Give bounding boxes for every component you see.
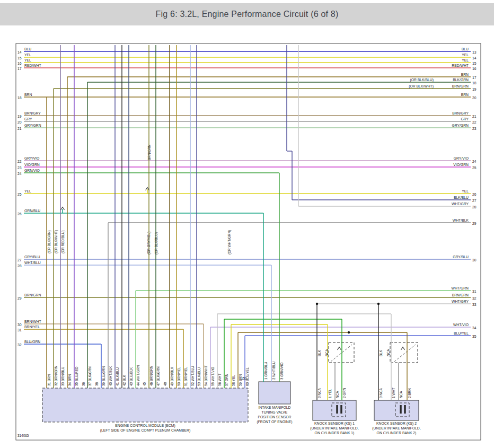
wire-color-label: YEL <box>24 58 31 62</box>
rotated-wire-label: 38 <box>95 382 99 386</box>
rotated-wire-label: NCA <box>325 349 329 356</box>
right-pin-number: 19 <box>472 87 477 91</box>
wire-color-label: BRN/GRY <box>24 111 41 115</box>
junction-dot <box>348 331 350 333</box>
wire-color-label: BLK/BLU <box>454 196 469 199</box>
wire-color-label: BRN <box>461 73 469 76</box>
rotated-wire-label: BLK <box>379 349 383 356</box>
wire-color-label: YEL <box>24 53 31 57</box>
rotated-wire-label: BLK <box>317 349 321 356</box>
wire-color-label: RED/WHT <box>24 64 41 67</box>
wire-color-label: BRN <box>24 93 32 96</box>
component-caption: KNOCK SENSOR (KS) 1 <box>314 421 355 426</box>
right-pin-number: 13 <box>472 50 477 54</box>
left-pin-number: 20 <box>17 120 22 124</box>
wire-color-label: YEL <box>462 58 469 62</box>
rotated-wire-label: NCA <box>399 391 403 398</box>
left-pin-number: 30 <box>17 323 22 327</box>
rotated-wire-label: 36 <box>82 382 85 386</box>
rotated-wire-label: 43 BLU/BLK <box>129 367 133 386</box>
component-caption: POSITION SENSOR <box>258 415 291 419</box>
component-caption: (FRONT OF ENGINE) <box>257 420 292 424</box>
figure-title: Fig 6: 3.2L, Engine Performance Circuit … <box>156 10 339 19</box>
rotated-wire-label: 42 BLK <box>122 374 126 386</box>
wire-color-label: BRN/YEL <box>24 325 40 329</box>
wire-color-label: WHT/GRY <box>452 202 469 206</box>
right-pin-number: 21 <box>472 115 477 118</box>
rotated-wire-label: 46 BRN/GRN <box>149 365 153 386</box>
left-pin-number: 21 <box>17 127 22 130</box>
rotated-wire-label: 39 BLU/GRN <box>102 366 105 386</box>
rotated-wire-label: 2 BRN <box>408 388 411 398</box>
wiring-diagram: 14BLUBLU1315YELYEL1416YELYEL1517RED/WHTR… <box>0 0 494 448</box>
right-pin-number: 17 <box>472 76 477 80</box>
ks1-box <box>313 400 356 420</box>
rotated-wire-label: 47 BLK/GRN <box>156 366 160 386</box>
wire-color-label: YEL <box>462 53 469 57</box>
wire-color-label: WHT/GRY <box>452 300 469 303</box>
right-pin-number: 28 <box>472 205 477 209</box>
rotated-wire-label: (OR RED/BLU) <box>61 231 65 253</box>
left-pin-number: 28 <box>17 264 22 268</box>
wire-color-label: BLK/GRN <box>453 78 469 82</box>
rotated-wire-label: 37 BLK/GRN <box>88 366 92 386</box>
rotated-wire-label: 58 YEL <box>232 375 235 386</box>
right-pin-number: 18 <box>472 81 477 85</box>
wire-color-label: GRY/BLU <box>453 255 469 259</box>
component-caption: ENGINE CONTROL MODULE (ECM) <box>115 424 175 428</box>
wire-color-label: VIO/GRN <box>24 163 40 166</box>
rotated-wire-label: (OR BLK/BLU) <box>154 232 158 254</box>
rotated-wire-label: 48 <box>163 382 167 386</box>
misc-label: 314065 <box>17 434 29 437</box>
rotated-wire-label: 44 WHT/GRN <box>136 365 140 386</box>
wire-color-label: GRY/VIO <box>454 156 469 160</box>
rotated-wire-label: 1 WHT <box>392 388 395 398</box>
rotated-wire-label: 34 BRN <box>68 374 72 386</box>
rotated-wire-label: 57 GRN <box>225 374 228 386</box>
left-pin-number: 23 <box>17 166 22 170</box>
wire-color-label: BLU/YEL <box>454 331 469 335</box>
right-pin-number: 29 <box>472 222 477 225</box>
wire-color-label: WHT/VIO <box>453 323 469 327</box>
wire-color-label: BRN/GRN <box>452 293 469 297</box>
rotated-wire-label: 3 GRN/VIO <box>280 363 284 380</box>
wire-color-label: GRY/VIO <box>24 156 39 160</box>
junction-dot <box>377 303 380 305</box>
wire-color-label: WHT/BLK <box>453 218 469 222</box>
left-pin-number: 19 <box>17 115 22 118</box>
rotated-wire-label: (OR WHT/GRN) <box>227 230 232 254</box>
right-pin-number: 20 <box>472 96 477 100</box>
rotated-wire-label: 2 GRN <box>342 388 346 398</box>
component-caption: (UNDER INTAKE MANIFOLD, <box>372 426 420 431</box>
left-pin-number: 31 <box>17 328 22 332</box>
wire-color-label: GRN/VIO <box>24 169 40 172</box>
left-pin-number: 14 <box>17 50 22 54</box>
right-pin-number: 14 <box>472 56 477 60</box>
rotated-wire-label: 32 BRN/GRN <box>54 365 58 386</box>
wire-color-label: BLU <box>24 47 31 51</box>
wire-color-label: BRN/GRN <box>452 84 469 88</box>
wire-color-label: GRY/GRN <box>24 124 41 127</box>
shield-hatch-line <box>394 345 416 362</box>
wire-color-label: BRN <box>461 93 469 96</box>
right-pin-number: 24 <box>472 160 477 163</box>
left-pin-number: 29 <box>17 296 22 300</box>
rotated-wire-label: 55 WHT/VIO <box>211 367 215 386</box>
component-caption: INTAKE MANIFOLD <box>258 406 290 409</box>
wire-color-label: RED/WHT <box>452 64 469 67</box>
left-pin-number: 25 <box>17 192 22 196</box>
rotated-wire-label: BRN/GRN <box>147 144 151 160</box>
rotated-wire-label: 45 <box>143 382 146 386</box>
figure-title-bar: Fig 6: 3.2L, Engine Performance Circuit … <box>0 3 494 25</box>
right-pin-number: 32 <box>472 296 477 300</box>
component-caption: (UNDER INTAKE MANIFOLD, <box>310 426 358 431</box>
wire-alt-color-label: (OR BLK/BLU) <box>410 78 434 82</box>
left-pin-number: 18 <box>17 96 22 100</box>
right-pin-number: 26 <box>472 192 477 196</box>
rotated-wire-label: NCA <box>336 391 339 398</box>
ks2-shield-box <box>390 342 418 363</box>
shield-hatch-line <box>331 345 352 362</box>
wire-color-label: YEL <box>462 189 469 193</box>
right-pin-number: 22 <box>472 120 477 124</box>
wire-color-label: BLU <box>462 47 469 51</box>
